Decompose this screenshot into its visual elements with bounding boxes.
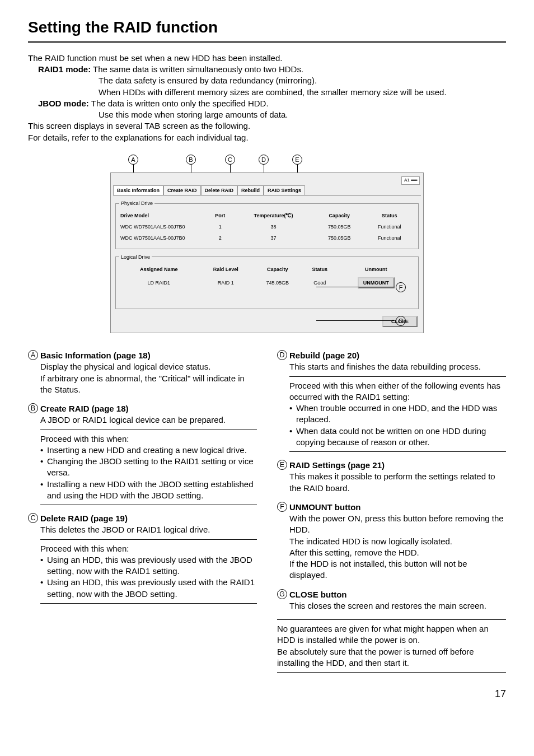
logical-drive-group: Logical Drive Assigned Name Raid Level C… bbox=[115, 254, 419, 309]
callout-g: G bbox=[396, 316, 406, 326]
jbod-text-a: The data is written onto only the specif… bbox=[91, 99, 269, 108]
item-a-text: If arbitrary one is abnormal, the "Criti… bbox=[40, 373, 257, 396]
item-f-text: With the power ON, press this button bef… bbox=[289, 513, 506, 536]
item-a-title: Basic Information (page 18) bbox=[40, 350, 151, 361]
raid1-text-a: The same data is written simultaneously … bbox=[93, 64, 303, 74]
bullet-text: Changing the JBOD setting to the RAID1 s… bbox=[47, 456, 257, 479]
marker-g-icon: G bbox=[277, 589, 287, 599]
page-number: 17 bbox=[28, 687, 506, 701]
raid1-text-c: When HDDs with different memory sizes ar… bbox=[99, 87, 506, 98]
callout-a: A bbox=[128, 155, 138, 165]
warning-note: No guarantees are given for what might h… bbox=[277, 619, 506, 673]
marker-e-icon: E bbox=[277, 460, 287, 470]
item-b-title: Create RAID (page 18) bbox=[40, 403, 129, 414]
tab-delete-raid[interactable]: Delete RAID bbox=[201, 185, 238, 195]
intro-line: The RAID function must be set when a new… bbox=[28, 53, 506, 64]
callout-c: C bbox=[225, 155, 235, 165]
item-d: D Rebuild (page 20) This starts and fini… bbox=[277, 350, 506, 452]
item-d-title: Rebuild (page 20) bbox=[289, 350, 359, 361]
marker-d-icon: D bbox=[277, 350, 287, 360]
version-label: A1 ▪▪▪▪▪▪ bbox=[401, 176, 420, 185]
item-c: C Delete RAID (page 19) This deletes the… bbox=[28, 513, 257, 604]
item-g-title: CLOSE button bbox=[289, 589, 346, 600]
item-d-proceed: Proceed with this when either of the fol… bbox=[289, 380, 506, 403]
col-capacity: Capacity bbox=[315, 210, 364, 221]
tab-create-raid[interactable]: Create RAID bbox=[163, 185, 201, 195]
note-line: Be absolutely sure that the power is tur… bbox=[277, 646, 506, 669]
col-raid-level: Raid Level bbox=[199, 264, 253, 275]
screenshot-figure: A B C D E A1 ▪▪▪▪▪▪ Basic Information Cr… bbox=[110, 155, 424, 333]
item-e-title: RAID Settings (page 21) bbox=[289, 460, 385, 471]
raid-window: A1 ▪▪▪▪▪▪ Basic Information Create RAID … bbox=[110, 172, 424, 333]
raid1-text-b: The data safety is ensured by data redun… bbox=[99, 75, 506, 86]
bullet-text: When trouble occurred in one HDD, and th… bbox=[296, 403, 506, 426]
item-b: B Create RAID (page 18) A JBOD or RAID1 … bbox=[28, 403, 257, 505]
physical-drive-group: Physical Drive Drive Model Port Temperat… bbox=[115, 200, 419, 249]
item-f: F UNMOUNT button With the power ON, pres… bbox=[277, 502, 506, 581]
callout-d: D bbox=[259, 155, 269, 165]
tab-basic-information[interactable]: Basic Information bbox=[113, 185, 163, 195]
item-b-text: A JBOD or RAID1 logical device can be pr… bbox=[40, 414, 257, 426]
jbod-mode-label: JBOD mode: bbox=[38, 99, 89, 108]
item-e: E RAID Settings (page 21) This makes it … bbox=[277, 460, 506, 494]
col-assigned-name: Assigned Name bbox=[119, 264, 199, 275]
intro-block: The RAID function must be set when a new… bbox=[28, 53, 506, 143]
intro-line: This screen displays in several TAB scre… bbox=[28, 120, 506, 132]
physical-drive-legend: Physical Drive bbox=[119, 200, 154, 207]
table-row: WDC WD7501AALS-00J7B0 2 37 750.05GB Func… bbox=[119, 232, 415, 244]
col-temp: Temperature(℃) bbox=[232, 210, 315, 221]
col-port: Port bbox=[208, 210, 232, 221]
item-a: A Basic Information (page 18) Display th… bbox=[28, 350, 257, 395]
item-a-text: Display the physical and logical device … bbox=[40, 361, 257, 372]
col-status: Status bbox=[364, 210, 415, 221]
item-g-text: This closes the screen and restores the … bbox=[289, 600, 506, 612]
item-c-text: This deletes the JBOD or RAID1 logical d… bbox=[40, 524, 257, 535]
item-d-text: This starts and finishes the data rebuil… bbox=[289, 361, 506, 372]
bullet-text: When data could not be written on one HD… bbox=[296, 426, 506, 449]
table-row: WDC WD7501AALS-00J7B0 1 38 750.05GB Func… bbox=[119, 221, 415, 232]
item-e-text: This makes it possible to perform the se… bbox=[289, 471, 506, 494]
intro-line: For details, refer to the explanations f… bbox=[28, 132, 506, 143]
col-ld-status: Status bbox=[302, 264, 337, 275]
bullet-text: Inserting a new HDD and creating a new l… bbox=[47, 445, 257, 456]
item-g: G CLOSE button This closes the screen an… bbox=[277, 589, 506, 612]
bullet-text: Using an HDD, this was previously used w… bbox=[47, 577, 257, 600]
marker-a-icon: A bbox=[28, 350, 38, 360]
callout-e: E bbox=[292, 155, 302, 165]
jbod-text-b: Use this mode when storing large amounts… bbox=[99, 109, 506, 120]
note-line: No guarantees are given for what might h… bbox=[277, 623, 506, 646]
col-unmount: Unmount bbox=[337, 264, 415, 275]
tab-rebuild[interactable]: Rebuild bbox=[237, 185, 264, 195]
tab-raid-settings[interactable]: RAID Settings bbox=[264, 185, 305, 195]
item-b-proceed: Proceed with this when: bbox=[40, 433, 257, 445]
logical-drive-legend: Logical Drive bbox=[119, 254, 152, 260]
bullet-text: Using an HDD, this was previously used w… bbox=[47, 554, 257, 577]
item-f-text: After this setting, remove the HDD. bbox=[289, 547, 506, 558]
item-f-text: If the HDD is not installed, this button… bbox=[289, 558, 506, 581]
marker-c-icon: C bbox=[28, 513, 38, 523]
item-c-proceed: Proceed with this when: bbox=[40, 543, 257, 554]
callout-f: F bbox=[396, 282, 406, 292]
item-c-title: Delete RAID (page 19) bbox=[40, 513, 128, 524]
col-drive-model: Drive Model bbox=[119, 210, 208, 221]
bullet-text: Installing a new HDD with the JBOD setti… bbox=[47, 479, 257, 502]
marker-f-icon: F bbox=[277, 502, 287, 512]
item-f-title: UNMOUNT button bbox=[289, 502, 360, 513]
page-title: Setting the RAID function bbox=[28, 17, 506, 43]
marker-b-icon: B bbox=[28, 403, 38, 413]
item-f-text: The indicated HDD is now logically isola… bbox=[289, 536, 506, 547]
callout-b: B bbox=[186, 155, 196, 165]
raid1-mode-label: RAID1 mode: bbox=[38, 64, 91, 74]
col-ld-capacity: Capacity bbox=[253, 264, 302, 275]
